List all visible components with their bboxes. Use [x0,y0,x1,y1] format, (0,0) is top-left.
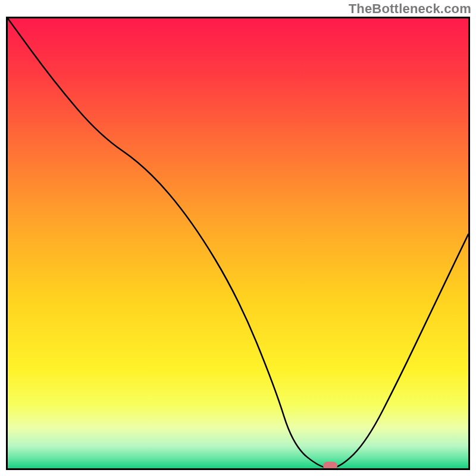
curve-path [8,18,468,468]
watermark-label: TheBottleneck.com [349,1,471,17]
chart-frame: TheBottleneck.com [0,0,476,476]
optimal-point-marker [323,462,337,470]
plot-area [6,17,470,470]
bottleneck-curve [8,18,468,468]
